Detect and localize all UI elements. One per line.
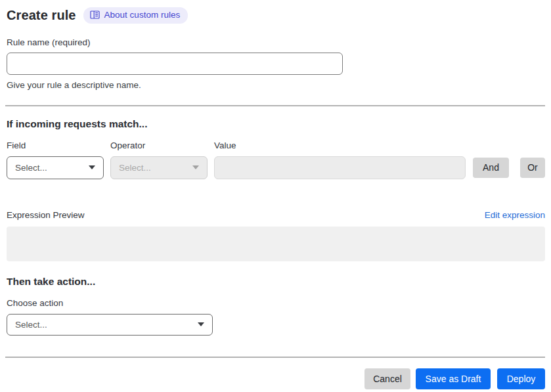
field-label: Field [7, 141, 104, 150]
action-section-heading: Then take action... [7, 276, 545, 288]
rule-name-label: Rule name (required) [7, 37, 545, 47]
value-label: Value [214, 141, 466, 150]
rule-name-helper: Give your rule a descriptive name. [7, 80, 545, 90]
book-icon [90, 11, 100, 19]
match-section-heading: If incoming requests match... [7, 118, 545, 130]
expression-header-row: Expression Preview Edit expression [7, 210, 545, 220]
footer-actions: Cancel Save as Draft Deploy [7, 368, 545, 389]
deploy-button[interactable]: Deploy [497, 368, 545, 389]
choose-action-select-value: Select... [15, 320, 47, 330]
expression-preview-label: Expression Preview [7, 210, 85, 220]
create-rule-page: Create rule About custom rules Rule name… [0, 0, 551, 389]
choose-action-label: Choose action [7, 298, 545, 308]
section-divider [5, 105, 545, 106]
choose-action-select[interactable]: Select... [7, 314, 213, 336]
edit-expression-link[interactable]: Edit expression [485, 210, 545, 220]
value-column: Value [214, 141, 466, 179]
operator-label: Operator [110, 141, 208, 150]
rule-name-input[interactable] [7, 53, 343, 75]
chevron-down-icon [192, 165, 199, 169]
field-select[interactable]: Select... [7, 156, 104, 179]
about-custom-rules-link[interactable]: About custom rules [83, 7, 188, 24]
or-button[interactable]: Or [520, 158, 545, 178]
cancel-button[interactable]: Cancel [364, 368, 410, 389]
page-title: Create rule [7, 8, 76, 23]
operator-select-value: Select... [119, 163, 151, 173]
field-column: Field Select... [7, 141, 104, 179]
operator-column: Operator Select... [110, 141, 208, 179]
save-as-draft-button[interactable]: Save as Draft [416, 368, 491, 389]
chevron-down-icon [89, 165, 95, 169]
field-select-value: Select... [15, 163, 47, 173]
and-button[interactable]: And [473, 158, 509, 178]
expression-preview-box [7, 227, 545, 261]
about-custom-rules-label: About custom rules [104, 11, 181, 20]
page-header: Create rule About custom rules [7, 7, 545, 24]
footer-divider [5, 357, 545, 358]
condition-row: Field Select... Operator Select... Value… [7, 141, 545, 179]
value-input [214, 156, 466, 179]
operator-select: Select... [110, 156, 208, 179]
chevron-down-icon [198, 322, 204, 326]
